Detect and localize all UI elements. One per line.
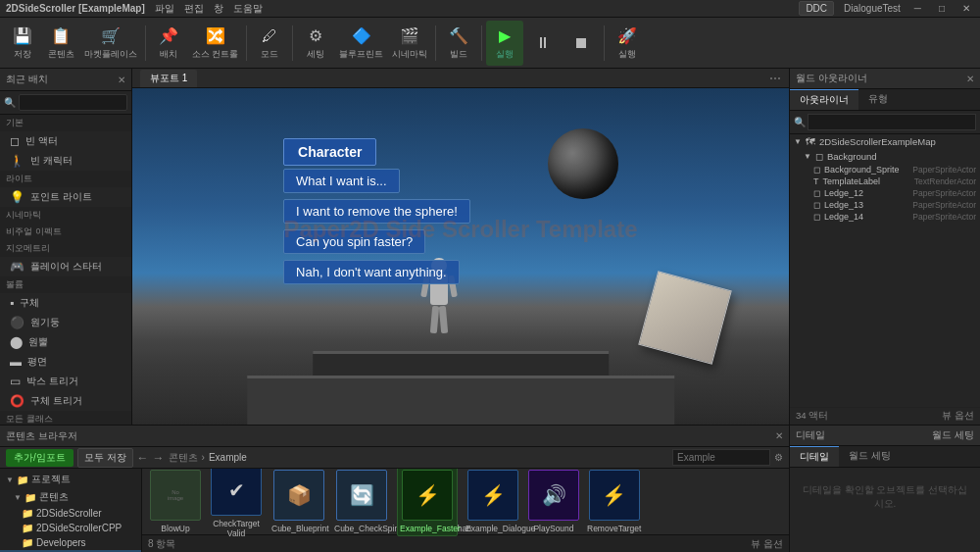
asset-removetarget[interactable]: ⚡ RemoveTarget <box>587 470 641 533</box>
asset-example-faster[interactable]: ⚡ Example_Faster <box>397 469 458 536</box>
tab-outliner[interactable]: 아웃라이너 <box>790 89 858 110</box>
left-item-point-light[interactable]: 💡 포인트 라이트 <box>0 187 131 207</box>
place-button[interactable]: 📌 배치 <box>150 21 187 66</box>
viewport-options-icon[interactable]: ⋯ <box>769 72 781 85</box>
source-control-button[interactable]: 🔀 소스 컨트롤 <box>188 21 242 66</box>
outliner-item-ledge-12[interactable]: ◻ Ledge_12 PaperSpriteActor <box>790 187 980 199</box>
cb-breadcrumb-example[interactable]: Example <box>209 452 247 463</box>
asset-example-dialogue[interactable]: ⚡ Example_Dialogue <box>466 470 520 533</box>
cb-forward-icon[interactable]: → <box>153 451 165 465</box>
folder-content[interactable]: ▼ 📁 콘텐츠 <box>0 488 141 506</box>
cb-filter-icon[interactable]: ⚙ <box>774 452 783 463</box>
point-light-label: 포인트 라이트 <box>30 190 92 204</box>
asset-example-dialogue-label: Example_Dialogue <box>466 524 520 533</box>
left-item-empty-char[interactable]: 🚶 빈 캐릭터 <box>0 151 131 171</box>
modes-icon: 🖊 <box>259 25 280 47</box>
asset-checktarget[interactable]: ✔ CheckTarget Valid <box>209 469 264 538</box>
asset-cube-spin[interactable]: 🔄 Cube_CheckSpinVelocityHigherThan <box>334 470 389 533</box>
tab-details[interactable]: 디테일 <box>790 446 839 467</box>
outliner-item-template-label[interactable]: T TemplateLabel TextRenderActor <box>790 176 980 187</box>
cb-back-icon[interactable]: ← <box>137 451 149 465</box>
left-item-cube[interactable]: ▪ 구체 <box>0 293 131 313</box>
save-all-button[interactable]: 모두 저장 <box>77 448 133 468</box>
outliner-count: 34 액터 뷰 옵션 <box>790 407 980 425</box>
place-search-input[interactable] <box>19 94 127 111</box>
place-panel-title: 최근 배치 <box>6 73 48 86</box>
cb-search-input[interactable] <box>672 449 770 466</box>
tab-world-settings[interactable]: 월드 세팅 <box>839 446 901 467</box>
left-item-sphere-trigger[interactable]: ⭕ 구체 트리거 <box>0 391 131 411</box>
asset-playsound-label: PlaySound <box>533 524 573 533</box>
viewport-tab[interactable]: 뷰포트 1 <box>140 70 197 87</box>
outliner-item-map[interactable]: ▼ 🗺 2DSideScrollerExampleMap <box>790 134 980 149</box>
outliner-close-icon[interactable]: ✕ <box>966 74 974 84</box>
asset-cube-spin-thumb: 🔄 <box>336 470 387 521</box>
maximize-button[interactable]: □ <box>935 3 949 14</box>
toolbar-separator-2 <box>246 25 247 61</box>
folder-developers-label: Developers <box>36 537 86 548</box>
outliner-search-input[interactable] <box>808 114 976 130</box>
scene-floor <box>247 376 674 425</box>
add-import-button[interactable]: 추가/임포트 <box>6 449 74 467</box>
cube-icon: ▪ <box>10 296 14 310</box>
save-button[interactable]: 💾 저장 <box>4 21 41 66</box>
ledge13-type: PaperSpriteActor <box>912 200 976 210</box>
launch-button[interactable]: 🚀 실행 <box>609 21 646 66</box>
asset-cube-bp[interactable]: 📦 Cube_Blueprint <box>271 470 326 533</box>
pause-button[interactable]: ⏸ <box>524 21 562 66</box>
stop-button[interactable]: ⏹ <box>563 21 600 66</box>
tab-type[interactable]: 유형 <box>858 89 898 110</box>
save-icon: 💾 <box>12 25 33 47</box>
folder-project-arrow: ▼ <box>6 476 14 484</box>
view-options-icon[interactable]: 뷰 옵션 <box>942 410 974 423</box>
cb-header: 콘텐츠 브라우저 ✕ <box>0 426 789 447</box>
left-item-player-starter[interactable]: 🎮 플레이어 스타터 <box>0 257 131 276</box>
cb-breadcrumb-content[interactable]: 콘텐츠 <box>169 451 198 465</box>
section-cinematic: 시네마틱 <box>0 207 131 224</box>
viewport-canvas[interactable]: Character What I want is... I want to re… <box>132 88 789 425</box>
viewport[interactable]: 뷰포트 1 ⋯ <box>132 69 789 425</box>
outliner-item-ledge-13[interactable]: ◻ Ledge_13 PaperSpriteActor <box>790 199 980 211</box>
marketplace-button[interactable]: 🛒 마켓플레이스 <box>80 21 141 66</box>
folder-2dscrollercpp[interactable]: 📁 2DSideScrollerCPP <box>0 521 141 535</box>
asset-grid: No image BlowUp ✔ CheckTarget Valid <box>142 469 789 552</box>
content-button[interactable]: 📋 콘텐츠 <box>42 21 79 66</box>
asset-playsound[interactable]: 🔊 PlaySound <box>528 470 579 533</box>
close-button[interactable]: ✕ <box>958 3 974 14</box>
blueprints-button[interactable]: 🔷 블루프린트 <box>335 21 387 66</box>
left-item-plane[interactable]: ▬ 평면 <box>0 352 131 372</box>
menu-item-help[interactable]: 도움말 <box>233 2 263 16</box>
left-item-empty-actor[interactable]: ◻ 빈 액터 <box>0 131 131 151</box>
settings-icon: ⚙ <box>305 25 326 47</box>
left-item-sphere[interactable]: ⚫ 원기둥 <box>0 313 131 332</box>
build-button[interactable]: 🔨 빌드 <box>440 21 477 66</box>
content-browser: 콘텐츠 브라우저 ✕ 추가/임포트 모두 저장 ← → 콘텐츠 › Exampl… <box>0 426 789 552</box>
minimize-button[interactable]: ─ <box>910 3 925 14</box>
sphere-icon: ⚫ <box>10 316 24 329</box>
pause-icon: ⏸ <box>532 32 554 54</box>
settings-button[interactable]: ⚙ 세팅 <box>297 21 334 66</box>
cb-close-icon[interactable]: ✕ <box>775 430 783 441</box>
menu-item-window[interactable]: 창 <box>214 2 223 16</box>
outliner-item-bg-sprite[interactable]: ◻ Background_Sprite PaperSpriteActor <box>790 164 980 176</box>
ddc-button[interactable]: DDC <box>799 1 834 16</box>
outliner-item-ledge-14[interactable]: ◻ Ledge_14 PaperSpriteActor <box>790 211 980 223</box>
outliner-item-background[interactable]: ▼ ◻ Background <box>790 149 980 164</box>
cinematics-button[interactable]: 🎬 시네마틱 <box>388 21 431 66</box>
left-item-box-trigger[interactable]: ▭ 박스 트리거 <box>0 372 131 391</box>
play-button[interactable]: ▶ 실행 <box>486 21 523 66</box>
asset-grid-inner: No image BlowUp ✔ CheckTarget Valid <box>142 469 789 534</box>
left-item-cylinder[interactable]: ⬤ 원뿔 <box>0 332 131 352</box>
place-panel-close-icon[interactable]: ✕ <box>118 75 125 85</box>
asset-blowup[interactable]: No image BlowUp <box>150 470 201 533</box>
folder-project[interactable]: ▼ 📁 프로젝트 <box>0 471 141 488</box>
cb-view-options[interactable]: 뷰 옵션 <box>751 537 783 551</box>
modes-button[interactable]: 🖊 모드 <box>251 21 288 66</box>
menu-item-file[interactable]: 파일 <box>155 2 174 16</box>
menu-item-edit[interactable]: 편집 <box>184 2 204 16</box>
folder-developers[interactable]: 📁 Developers <box>0 535 141 550</box>
folder-2dscroller[interactable]: 📁 2DSideScroller <box>0 506 141 521</box>
asset-cube-spin-label: Cube_CheckSpinVelocityHigherThan <box>334 524 389 533</box>
viewport-tab-bar: 뷰포트 1 ⋯ <box>132 69 789 88</box>
folder-developers-icon: 📁 <box>22 537 33 548</box>
